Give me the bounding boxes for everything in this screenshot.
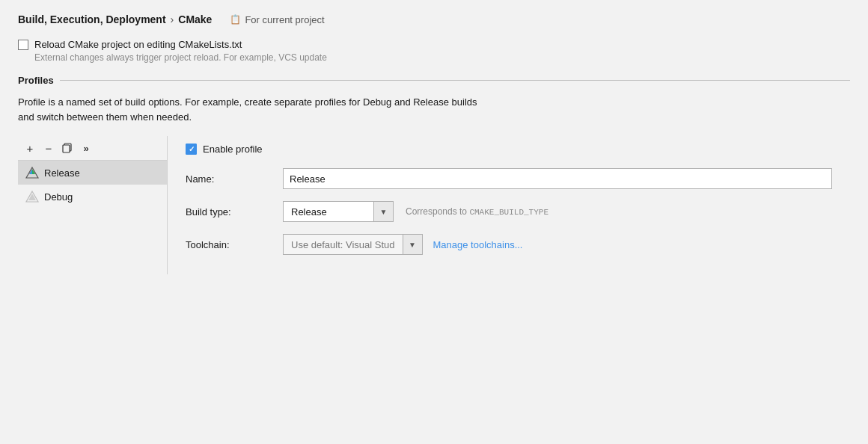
breadcrumb-separator: ›: [171, 13, 174, 25]
profile-list-panel: + − »: [18, 136, 168, 274]
settings-page: Build, Execution, Deployment › CMake 📋 F…: [0, 0, 868, 444]
copy-profile-button[interactable]: [58, 139, 76, 157]
enable-profile-label: Enable profile: [203, 144, 263, 155]
breadcrumb-parent: Build, Execution, Deployment: [18, 13, 166, 25]
build-type-field-row: Build type: Release ▼ Corresponds to CMA…: [186, 201, 832, 222]
profile-item-release[interactable]: Release: [18, 161, 167, 185]
profile-item-debug[interactable]: Debug: [18, 185, 167, 209]
breadcrumb-project-label: For current project: [245, 14, 324, 25]
toolchain-select[interactable]: Use default: Visual Stud ▼: [283, 234, 423, 255]
svg-marker-7: [28, 194, 36, 200]
profiles-section-header: Profiles: [18, 75, 850, 86]
breadcrumb: Build, Execution, Deployment › CMake 📋 F…: [18, 13, 850, 25]
profile-toolbar: + − »: [18, 136, 167, 161]
cmake-release-icon: [25, 166, 39, 179]
add-profile-button[interactable]: +: [21, 139, 39, 157]
breadcrumb-current: CMake: [178, 13, 212, 25]
manage-toolchains-link[interactable]: Manage toolchains...: [433, 239, 523, 250]
name-field-row: Name:: [186, 168, 832, 189]
build-type-value: Release: [284, 206, 373, 218]
more-actions-button[interactable]: »: [77, 139, 95, 157]
toolchain-label: Toolchain:: [186, 239, 283, 250]
breadcrumb-project: 📋 For current project: [230, 14, 324, 25]
enable-profile-row: Enable profile: [186, 144, 832, 155]
profile-list: Release Debug: [18, 161, 167, 209]
profiles-description: Profile is a named set of build options.…: [18, 95, 850, 124]
build-type-dropdown-arrow[interactable]: ▼: [373, 202, 393, 221]
profile-detail: Enable profile Name: Build type: Release…: [168, 136, 850, 274]
remove-profile-button[interactable]: −: [40, 139, 58, 157]
name-label: Name:: [186, 173, 283, 185]
name-input[interactable]: [283, 168, 832, 189]
build-type-hint: Corresponds to CMAKE_BUILD_TYPE: [406, 206, 548, 217]
cmake-debug-icon: [25, 190, 39, 203]
reload-label: Reload CMake project on editing CMakeLis…: [34, 39, 242, 50]
reload-hint: External changes always trigger project …: [34, 52, 850, 63]
build-type-select[interactable]: Release ▼: [283, 201, 394, 222]
profile-name-debug: Debug: [44, 191, 73, 203]
reload-checkbox[interactable]: [18, 40, 28, 50]
profiles-section-title: Profiles: [18, 75, 54, 86]
svg-rect-1: [63, 145, 70, 152]
project-icon: 📋: [230, 14, 241, 25]
toolchain-dropdown-arrow[interactable]: ▼: [403, 235, 422, 254]
enable-profile-checkbox[interactable]: [186, 144, 197, 155]
section-divider: [60, 80, 850, 81]
profiles-area: + − »: [18, 136, 850, 274]
profile-name-release: Release: [44, 167, 80, 179]
build-type-label: Build type:: [186, 206, 283, 218]
reload-row: Reload CMake project on editing CMakeLis…: [18, 39, 850, 50]
toolchain-value: Use default: Visual Stud: [284, 239, 403, 250]
cmake-build-type-code: CMAKE_BUILD_TYPE: [469, 208, 548, 217]
toolchain-field-row: Toolchain: Use default: Visual Stud ▼ Ma…: [186, 234, 832, 255]
reload-section: Reload CMake project on editing CMakeLis…: [18, 39, 850, 63]
